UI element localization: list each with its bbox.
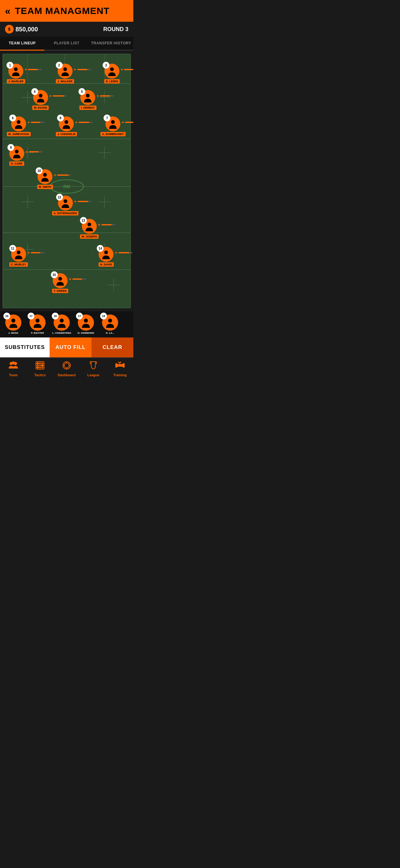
stat-fill xyxy=(29,151,39,152)
autofill-button[interactable]: AUTO FILL xyxy=(49,337,92,357)
substitutes-button[interactable]: SUBSTITUTES xyxy=(0,337,49,357)
player-stat-bar: + xyxy=(96,94,114,98)
player-number: 11 xyxy=(9,245,16,252)
player-avatar: 14 xyxy=(99,247,113,262)
nav-dashboard[interactable]: Dashboard xyxy=(53,358,80,379)
svg-point-37 xyxy=(43,173,47,177)
svg-point-31 xyxy=(39,94,42,97)
svg-point-59 xyxy=(41,365,43,366)
player-name: D. Care xyxy=(9,161,24,166)
bench-name: F. BAXTER xyxy=(31,332,44,334)
bench-player-18-2[interactable]: 18 L. CHAWATAMA xyxy=(51,314,72,334)
player-number: 8 xyxy=(57,115,64,121)
bench-player-17-3[interactable]: 17 G. HAMMOND xyxy=(75,314,97,334)
plus-icon: + xyxy=(69,277,71,281)
player-avatar: 13 xyxy=(82,219,97,234)
player-14[interactable]: 14 + N. David xyxy=(99,247,114,267)
player-9[interactable]: 9 + D. Care xyxy=(9,146,24,166)
bench-number: 16 xyxy=(3,313,10,319)
coin-icon: $ xyxy=(5,25,14,34)
player-name: A. Dombrandt xyxy=(100,132,126,136)
svg-point-58 xyxy=(37,363,39,365)
plus-icon: + xyxy=(26,150,28,154)
nav-league[interactable]: League xyxy=(80,358,107,379)
nav-training-label: Training xyxy=(113,373,127,377)
player-number: 3 xyxy=(103,62,109,69)
plus-icon: + xyxy=(122,120,124,124)
stat-fill xyxy=(31,252,40,253)
stat-bar xyxy=(53,95,67,97)
player-avatar: 15 xyxy=(53,273,68,288)
tab-team-lineup[interactable]: TEAM LINEUP xyxy=(0,37,44,51)
stat-fill xyxy=(100,95,110,97)
player-11[interactable]: 11 + C. Murley xyxy=(9,247,28,267)
svg-point-38 xyxy=(64,199,67,203)
nav-tactics[interactable]: Tactics xyxy=(27,358,53,379)
player-4[interactable]: 4 + W. Evans xyxy=(32,90,49,110)
stat-bar xyxy=(119,252,132,253)
svg-point-43 xyxy=(11,318,15,322)
svg-point-42 xyxy=(58,277,62,281)
bottom-nav: Team Tactics xyxy=(0,357,133,379)
player-stat-bar: + xyxy=(25,67,42,72)
player-7[interactable]: 7 + A. Dombrandt xyxy=(100,116,126,136)
page-title: TEAM MANAGMENT xyxy=(15,6,110,16)
player-3[interactable]: 3 + D. Lewis xyxy=(104,64,120,84)
player-12[interactable]: 12 + A. Esterhuizen xyxy=(52,195,78,215)
player-15[interactable]: 15 + T. Green xyxy=(52,273,68,293)
nav-team[interactable]: Team xyxy=(0,358,27,379)
player-avatar: 9 xyxy=(9,146,24,161)
clear-button[interactable]: CLEAR xyxy=(92,337,133,357)
bench-player-18-4[interactable]: 18 D. LA... xyxy=(99,314,121,334)
player-name: J. Walker xyxy=(56,79,74,84)
player-avatar: 10 xyxy=(37,169,53,184)
player-stat-bar: + xyxy=(27,251,45,255)
player-number: 4 xyxy=(31,88,38,95)
player-avatar: 12 xyxy=(58,195,73,211)
player-stat-bar: + xyxy=(74,67,91,72)
stat-bar xyxy=(31,122,45,123)
svg-point-62 xyxy=(64,363,69,368)
stat-fill xyxy=(28,69,38,70)
player-stat-bar: + xyxy=(122,120,133,124)
tab-player-list[interactable]: PLAYER LIST xyxy=(44,37,89,50)
stat-bar xyxy=(77,201,92,202)
stat-fill xyxy=(57,175,69,176)
player-1[interactable]: 1 + J. Marler xyxy=(7,64,25,84)
bench-name: G. HAMMOND xyxy=(77,332,94,334)
svg-point-34 xyxy=(65,120,68,124)
player-13[interactable]: 13 + W. Joseph xyxy=(80,219,99,239)
svg-point-50 xyxy=(12,361,15,365)
nav-training[interactable]: Training xyxy=(107,358,133,379)
bench-player-17-1[interactable]: 17 F. BAXTER xyxy=(27,314,48,334)
plus-icon: + xyxy=(74,199,76,204)
player-avatar: 8 xyxy=(59,116,74,131)
player-8[interactable]: 8 + J. Chisholm xyxy=(56,116,77,136)
player-name: W. Joseph xyxy=(80,235,99,239)
bench-player-16-0[interactable]: 16 J. MUSK xyxy=(2,314,24,334)
svg-point-40 xyxy=(17,251,21,254)
plus-icon: + xyxy=(27,251,30,255)
plus-icon: + xyxy=(49,94,52,98)
svg-point-30 xyxy=(110,67,114,71)
player-number: 2 xyxy=(56,62,63,69)
player-number: 13 xyxy=(80,217,87,224)
svg-rect-71 xyxy=(116,365,124,366)
tab-transfer-history[interactable]: TRANSFER HISTORY xyxy=(89,37,133,50)
svg-point-36 xyxy=(15,150,19,153)
svg-point-41 xyxy=(104,251,108,254)
player-10[interactable]: 10 + M. Smith xyxy=(37,169,53,189)
player-6[interactable]: 6 + M. Jurevicius xyxy=(7,116,31,136)
player-number: 15 xyxy=(51,271,58,278)
svg-text:RM: RM xyxy=(63,184,70,189)
round-badge: ROUND 3 xyxy=(103,26,128,33)
player-2[interactable]: 2 + J. Walker xyxy=(56,64,74,84)
svg-point-26 xyxy=(50,180,84,193)
player-stat-bar: + xyxy=(75,120,92,124)
back-icon[interactable]: « xyxy=(5,6,10,16)
bench-name: L. CHAWATAMA xyxy=(52,332,71,334)
stat-bar xyxy=(29,151,43,152)
player-5[interactable]: 5 + I. Herbst xyxy=(79,90,96,110)
plus-icon: + xyxy=(75,120,77,124)
header: « TEAM MANAGMENT xyxy=(0,0,133,22)
